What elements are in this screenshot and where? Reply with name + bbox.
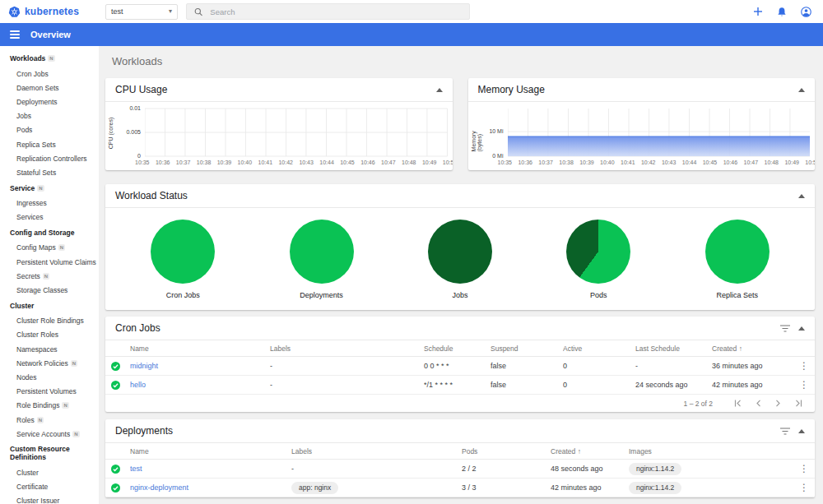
image-chip: nginx:1.14.2 [629,463,681,475]
deployment-name-link[interactable]: nginx-deployment [130,483,188,492]
namespaced-badge: N [43,273,49,280]
sidebar-item[interactable]: Daemon Sets [0,81,99,95]
x-tick-label: 10:35 [135,160,150,165]
memory-chart-grid [508,107,811,158]
sidebar-crd-items: ClusterCertificateCluster Issuer [0,465,99,504]
x-tick-label: 10:44 [682,160,697,165]
create-resource-button[interactable] [753,7,763,16]
last-page-button[interactable] [791,400,807,407]
x-tick-label: 10:43 [662,160,677,165]
column-header-active[interactable]: Active [563,344,635,353]
filter-icon[interactable] [780,325,790,332]
status-ok-icon [105,381,130,390]
column-header-created[interactable]: Created ↑ [551,447,629,455]
kubernetes-helm-icon [8,6,21,18]
label-chip: app: nginx [291,482,338,494]
collapse-caret-icon[interactable] [436,88,443,92]
column-header-created[interactable]: Created ↑ [712,344,793,353]
sidebar-item[interactable]: Namespaces [0,342,99,356]
x-tick-label: 10:36 [156,160,170,165]
workload-pie-deployments: Deployments [256,220,388,299]
column-header-name[interactable]: Name [130,447,291,455]
deployments-title: Deployments [115,425,173,437]
sidebar-item[interactable]: Service AccountsN [0,427,99,441]
sidebar-item[interactable]: Config MapsN [0,241,99,255]
search-input[interactable] [210,7,462,16]
sidebar-section-service[interactable]: Service N [0,180,99,197]
sidebar-item[interactable]: Nodes [0,370,99,384]
search-icon [194,7,202,16]
column-header-labels[interactable]: Labels [270,344,424,353]
cell-last-schedule: 24 seconds ago [635,381,688,389]
sidebar-item[interactable]: Replica Sets [0,137,99,151]
sidebar-section-workloads[interactable]: Workloads N [0,50,99,67]
sidebar-item[interactable]: Certificate [0,480,99,494]
cron-jobs-title: Cron Jobs [115,322,160,334]
memory-usage-card: Memory Usage Memory (bytes) 10 Mi 0 Mi [468,78,816,170]
deployment-name-link[interactable]: test [130,465,142,473]
x-tick-label: 10:41 [258,160,273,165]
namespace-selector[interactable]: test ▾ [105,4,178,20]
status-ok-icon [105,362,130,371]
cronjob-name-link[interactable]: hello [130,381,146,389]
sidebar-item[interactable]: Cron Jobs [0,67,99,81]
sidebar-item[interactable]: Ingresses [0,197,99,210]
sidebar-item[interactable]: Storage Classes [0,283,99,297]
sidebar-section-crd[interactable]: Custom Resource Definitions [0,441,99,465]
row-actions-menu[interactable]: ⋮ [793,361,815,371]
sidebar-item[interactable]: Cluster Role Bindings [0,314,99,328]
sidebar-section-cluster[interactable]: Cluster [0,298,99,314]
x-tick-label: 10:37 [538,160,553,165]
sidebar-item[interactable]: Role BindingsN [0,399,99,413]
collapse-caret-icon[interactable] [798,194,805,198]
sidebar-item[interactable]: Deployments [0,95,99,109]
sidebar-item[interactable]: RolesN [0,413,99,427]
sidebar-item[interactable]: Stateful Sets [0,165,99,179]
sidebar-item[interactable]: Network PoliciesN [0,356,99,370]
memory-area-series [508,136,811,156]
x-tick-label: 10:48 [402,160,416,165]
cell-pods: 2 / 2 [462,465,551,473]
sidebar-item[interactable]: Replication Controllers [0,151,99,165]
filter-icon[interactable] [780,428,790,435]
account-button[interactable] [801,7,811,17]
sidebar-item[interactable]: Cluster Roles [0,328,99,342]
sidebar-item[interactable]: Jobs [0,109,99,123]
column-header-images[interactable]: Images [629,447,793,455]
collapse-caret-icon[interactable] [798,429,805,433]
notifications-button[interactable] [777,7,787,17]
column-header-pods[interactable]: Pods [462,447,551,455]
column-header-labels[interactable]: Labels [291,447,462,455]
sidebar-item[interactable]: Services [0,210,99,224]
collapse-caret-icon[interactable] [798,88,805,92]
menu-hamburger-icon[interactable] [10,30,20,39]
sidebar-config-items: Config MapsNPersistent Volume ClaimsNSec… [0,241,99,298]
column-header-last-schedule[interactable]: Last Schedule [635,344,712,353]
kubernetes-logo[interactable]: kubernetes [0,6,99,18]
table-row-midnight: midnight - 0 0 * * * false 0 - 36 minute… [105,357,815,376]
cell-pods: 3 / 3 [462,483,551,492]
row-actions-menu[interactable]: ⋮ [793,483,815,492]
row-actions-menu[interactable]: ⋮ [793,464,815,474]
x-tick-label: 10:40 [238,160,253,165]
column-header-suspend[interactable]: Suspend [491,344,563,353]
collapse-caret-icon[interactable] [798,326,805,331]
first-page-button[interactable] [730,400,746,407]
x-tick-label: 10:38 [559,160,574,165]
row-actions-menu[interactable]: ⋮ [793,380,815,390]
previous-page-button[interactable] [751,400,765,407]
sidebar-item[interactable]: SecretsN [0,269,99,283]
sidebar-item[interactable]: Persistent Volume ClaimsN [0,255,99,269]
sidebar-item[interactable]: Cluster [0,465,99,479]
cron-jobs-table-header: Name Labels Schedule Suspend Active Last… [105,340,815,357]
column-header-schedule[interactable]: Schedule [424,344,491,353]
search-bar[interactable] [186,3,470,20]
pie-chart [566,220,630,284]
sidebar-item[interactable]: Cluster Issuer [0,494,99,504]
sidebar-item[interactable]: Pods [0,123,99,137]
sidebar-section-config-storage[interactable]: Config and Storage [0,224,99,241]
cronjob-name-link[interactable]: midnight [130,362,158,370]
next-page-button[interactable] [771,400,785,407]
column-header-name[interactable]: Name [130,344,270,353]
sidebar-item[interactable]: Persistent Volumes [0,385,99,399]
